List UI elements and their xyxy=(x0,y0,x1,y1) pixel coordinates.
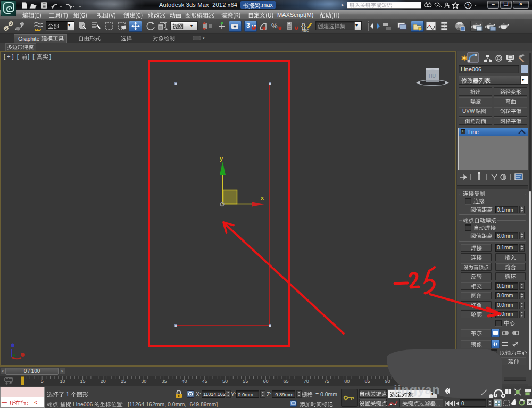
svg-text:HU: HU xyxy=(429,73,436,79)
svg-text:%: % xyxy=(271,22,278,30)
svg-text:ABC: ABC xyxy=(302,29,309,32)
svg-text:?: ? xyxy=(467,3,469,9)
